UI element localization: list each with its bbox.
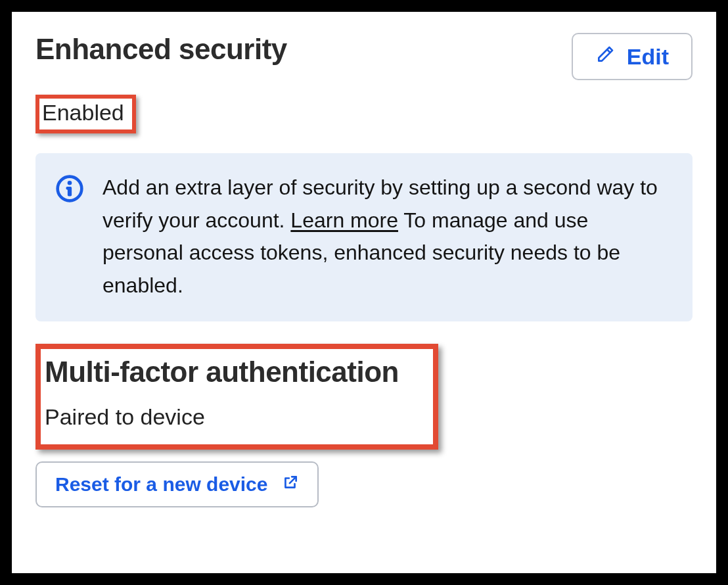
- mfa-status: Paired to device: [45, 404, 399, 430]
- mfa-title: Multi-factor authentication: [45, 356, 399, 388]
- info-box: Add an extra layer of security by settin…: [35, 153, 693, 321]
- page-title: Enhanced security: [35, 33, 287, 66]
- external-link-icon: [282, 473, 299, 496]
- learn-more-link[interactable]: Learn more: [290, 208, 398, 232]
- pencil-icon: [595, 43, 616, 70]
- edit-button-label: Edit: [627, 44, 669, 70]
- svg-point-2: [68, 181, 72, 185]
- info-text: Add an extra layer of security by settin…: [102, 172, 673, 302]
- header-row: Enhanced security Edit: [35, 33, 693, 80]
- reset-device-button[interactable]: Reset for a new device: [35, 461, 319, 507]
- security-settings-panel: Enhanced security Edit Enabled Add an ex…: [12, 12, 716, 573]
- mfa-block: Multi-factor authentication Paired to de…: [35, 344, 438, 450]
- info-icon: [55, 174, 84, 206]
- svg-line-5: [290, 477, 296, 484]
- enhanced-security-status: Enabled: [35, 95, 136, 133]
- reset-device-label: Reset for a new device: [55, 473, 267, 496]
- edit-button[interactable]: Edit: [572, 33, 693, 80]
- svg-rect-4: [66, 187, 71, 190]
- svg-line-0: [607, 49, 610, 53]
